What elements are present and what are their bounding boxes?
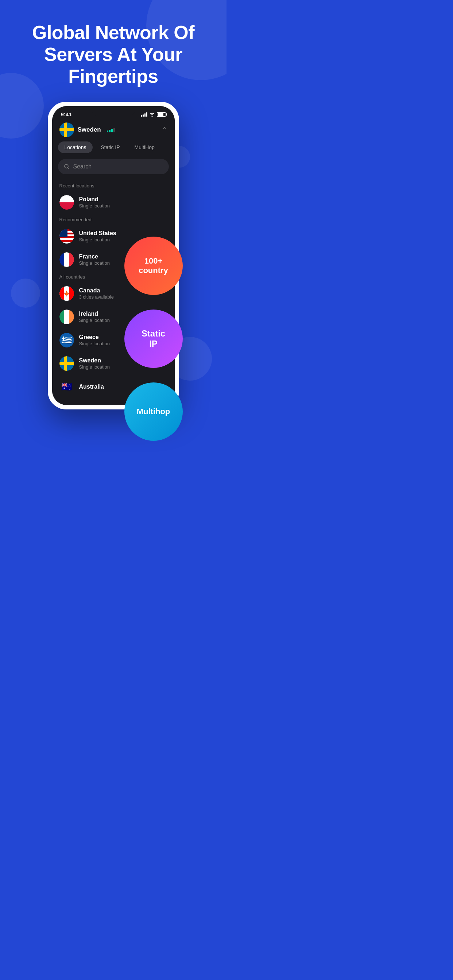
search-input[interactable]: Search bbox=[73, 163, 92, 170]
tabs-bar: Locations Static IP MultiHop bbox=[52, 142, 175, 159]
tab-multihop[interactable]: MultiHop bbox=[128, 142, 161, 153]
location-sub: 3 cities available bbox=[79, 294, 114, 300]
search-container: Search bbox=[52, 159, 175, 180]
location-sub: Single location bbox=[79, 237, 116, 242]
ireland-flag bbox=[59, 310, 74, 324]
list-item[interactable]: United States Single location bbox=[52, 224, 175, 248]
poland-info: Poland Single location bbox=[79, 196, 110, 208]
location-sub: Single location bbox=[79, 260, 110, 266]
location-sub: Single location bbox=[79, 203, 110, 208]
phone-wrapper: 9:41 bbox=[0, 102, 226, 409]
hero-section: Global Network Of Servers At Your Finger… bbox=[0, 0, 226, 102]
chevron-up-icon[interactable]: ⌃ bbox=[162, 126, 167, 134]
location-sub: Single location bbox=[79, 318, 110, 323]
hero-title: Global Network Of Servers At Your Finger… bbox=[14, 22, 212, 87]
signal-strength-icon bbox=[107, 127, 115, 132]
vpn-header-left: Sweden bbox=[59, 123, 115, 137]
sweden-flag bbox=[59, 356, 74, 371]
location-name: Ireland bbox=[79, 310, 110, 317]
sweden-info: Sweden Single location bbox=[79, 357, 110, 370]
france-info: France Single location bbox=[79, 253, 110, 266]
poland-flag bbox=[59, 195, 74, 210]
vpn-country-name: Sweden bbox=[78, 126, 101, 134]
tab-static-ip[interactable]: Static IP bbox=[94, 142, 126, 153]
recommended-section-label: Recommended bbox=[52, 214, 175, 224]
location-sub: Single location bbox=[79, 364, 110, 370]
australia-flag: 🇦🇺 bbox=[59, 380, 74, 394]
all-countries-label: All countries bbox=[52, 271, 175, 282]
svg-line-1 bbox=[68, 168, 69, 169]
status-icons bbox=[141, 112, 166, 117]
phone-frame: 9:41 bbox=[48, 102, 179, 409]
locations-list: Recent locations Poland Single location bbox=[52, 180, 175, 405]
svg-point-0 bbox=[65, 164, 68, 168]
search-icon bbox=[64, 164, 70, 170]
location-name: Canada bbox=[79, 287, 114, 294]
list-item[interactable]: 🇦🇺 Australia bbox=[52, 375, 175, 401]
signal-bars-icon bbox=[141, 112, 147, 117]
location-name: Greece bbox=[79, 334, 110, 340]
battery-icon bbox=[157, 112, 166, 117]
status-time: 9:41 bbox=[61, 111, 72, 118]
list-item[interactable]: Sweden Single location bbox=[52, 352, 175, 375]
list-item[interactable]: 🇬🇷 Greece Single location bbox=[52, 328, 175, 352]
tab-locations[interactable]: Locations bbox=[58, 142, 93, 153]
list-item[interactable]: 🍁 Canada 3 cities available bbox=[52, 282, 175, 305]
wifi-icon bbox=[149, 112, 155, 117]
location-name: United States bbox=[79, 230, 116, 237]
list-item[interactable]: Ireland Single location bbox=[52, 305, 175, 328]
canada-info: Canada 3 cities available bbox=[79, 287, 114, 300]
canada-flag: 🍁 bbox=[59, 286, 74, 301]
greece-flag: 🇬🇷 bbox=[59, 333, 74, 347]
recent-section-label: Recent locations bbox=[52, 180, 175, 191]
phone-and-badges: 9:41 bbox=[48, 102, 179, 409]
location-name: Poland bbox=[79, 196, 110, 203]
phone-notch bbox=[91, 106, 135, 116]
phone-screen: 9:41 bbox=[52, 106, 175, 405]
australia-info: Australia bbox=[79, 383, 104, 390]
location-sub: Single location bbox=[79, 341, 110, 346]
us-flag bbox=[59, 229, 74, 243]
greece-info: Greece Single location bbox=[79, 334, 110, 346]
list-item[interactable]: France Single location bbox=[52, 248, 175, 271]
us-info: United States Single location bbox=[79, 230, 116, 242]
vpn-header: Sweden ⌃ bbox=[52, 118, 175, 142]
france-flag bbox=[59, 252, 74, 267]
location-name: Australia bbox=[79, 383, 104, 390]
ireland-info: Ireland Single location bbox=[79, 310, 110, 323]
list-item[interactable]: Poland Single location bbox=[52, 191, 175, 214]
location-name: France bbox=[79, 253, 110, 260]
search-box[interactable]: Search bbox=[58, 159, 169, 174]
location-name: Sweden bbox=[79, 357, 110, 364]
sweden-flag-header bbox=[59, 123, 74, 137]
